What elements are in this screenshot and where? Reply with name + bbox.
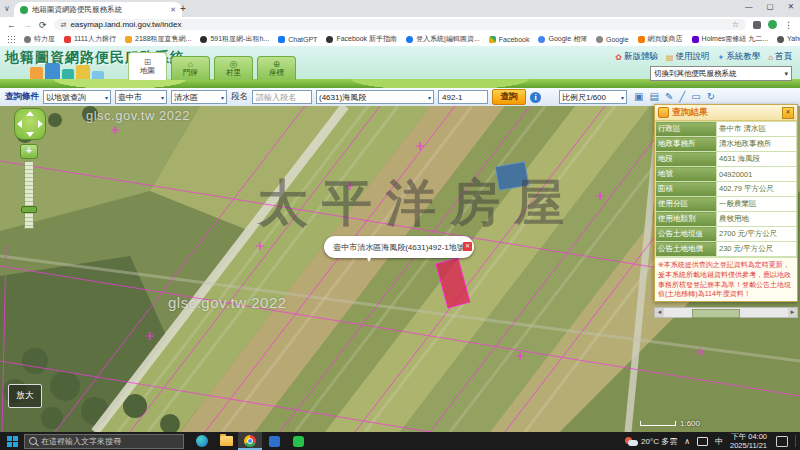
bookmark-item[interactable]: 591租屋網-出租h...: [200, 34, 269, 44]
bookmark-item[interactable]: 1111人力銀行: [64, 34, 116, 44]
browser-menu-icon[interactable]: ⋮: [784, 20, 793, 30]
section-select[interactable]: (4631)海風段▾: [316, 90, 434, 104]
weather-widget[interactable]: 20°C 多雲: [625, 436, 677, 447]
overview-zoom-box[interactable]: 放大: [8, 384, 42, 408]
url-text[interactable]: easymap.land.moi.gov.tw/index: [70, 20, 727, 29]
site-settings-icon[interactable]: ⇄: [61, 21, 67, 29]
minimize-button[interactable]: —: [745, 2, 753, 11]
bookmark-item[interactable]: ChatGPT: [278, 36, 317, 43]
back-icon[interactable]: ←: [7, 20, 16, 30]
tab-village[interactable]: ◎ 村里: [214, 56, 253, 80]
bookmark-item[interactable]: Google: [596, 36, 629, 43]
info-icon[interactable]: i: [530, 92, 541, 103]
bookmark-item[interactable]: Holmes需修繕 九二...: [692, 34, 769, 44]
apps-grid-icon[interactable]: [7, 35, 15, 43]
browser-toolbar: ← → ⟳ ⇄ easymap.land.moi.gov.tw/index ☆ …: [0, 17, 800, 32]
link-home[interactable]: ⌂首頁: [768, 51, 792, 63]
bookmark-item[interactable]: 登入系統|編輯圖資...: [406, 34, 480, 44]
link-tutorial[interactable]: ✦系統教學: [717, 51, 760, 63]
chevron-down-icon: ▾: [161, 94, 164, 101]
city-select[interactable]: 臺中市▾: [115, 90, 167, 104]
tab-door-number[interactable]: ⌂ 門牌: [171, 56, 210, 80]
screen: ∨ 地籍圖資網路便民服務系統 ✕ + — ▢ ✕ ← → ⟳ ⇄ easymap…: [0, 0, 800, 450]
zoom-track[interactable]: [24, 161, 34, 229]
pan-up-icon[interactable]: [26, 111, 34, 116]
pan-right-icon[interactable]: [38, 120, 43, 128]
pan-down-icon[interactable]: [26, 132, 34, 137]
link-instructions[interactable]: ▤使用說明: [666, 51, 710, 63]
start-button[interactable]: [0, 436, 24, 447]
measure-icon[interactable]: ╱: [679, 92, 685, 102]
bookmark-item[interactable]: Facebook: [489, 36, 530, 43]
url-bar[interactable]: ⇄ easymap.land.moi.gov.tw/index ☆: [54, 19, 746, 30]
zoom-handle[interactable]: [21, 206, 37, 213]
reset-icon[interactable]: ↻: [707, 92, 715, 102]
taskbar-explorer-icon[interactable]: [214, 432, 238, 450]
new-tab-button[interactable]: +: [180, 3, 186, 14]
bookmark-item[interactable]: Yahoo首頁: [777, 34, 800, 44]
city-logo: [30, 63, 122, 80]
bookmark-favicon: [125, 36, 132, 43]
notification-icon[interactable]: [776, 436, 788, 447]
taskbar-line-icon[interactable]: [286, 432, 310, 450]
district-select[interactable]: 清水區▾: [171, 90, 227, 104]
parcel-number-input[interactable]: 492-1: [438, 90, 488, 104]
tab-close-icon[interactable]: ✕: [170, 6, 176, 14]
pan-left-icon[interactable]: [17, 120, 22, 128]
pan-control[interactable]: [14, 108, 46, 140]
extensions-icon[interactable]: [753, 21, 761, 29]
switch-system-select[interactable]: 切換到其他便民服務系統 ▾: [650, 66, 792, 81]
search-icon: [29, 437, 37, 445]
print-icon[interactable]: ▤: [649, 92, 658, 102]
bookmark-favicon: [24, 36, 31, 43]
taskbar-mail-icon[interactable]: [262, 432, 286, 450]
network-icon[interactable]: [697, 437, 708, 446]
callout-close-icon[interactable]: ✕: [463, 242, 472, 251]
clock[interactable]: 下午 04:00 2025/11/21: [730, 432, 767, 450]
zoom-slider: +: [20, 144, 38, 229]
new-window-icon[interactable]: ▣: [634, 92, 643, 102]
app-header: 地籍圖資網路便民服務系統 ⊞ 地圖 ⌂ 門牌 ◎ 村里 ⊕ 座標 ✿新版體: [0, 46, 800, 88]
tray-expand-icon[interactable]: ∧: [684, 437, 690, 446]
bookmark-star-icon[interactable]: ☆: [732, 20, 739, 29]
date: 2025/11/21: [730, 441, 767, 450]
panel-scrollbar[interactable]: ◄ ►: [654, 307, 798, 318]
tab-coordinate[interactable]: ⊕ 座標: [257, 56, 296, 80]
table-row: 地段4631 海風段: [656, 152, 797, 167]
scroll-track[interactable]: [664, 308, 788, 317]
bookmark-item[interactable]: 2188租屋直售網...: [125, 34, 191, 44]
reload-icon[interactable]: ⟳: [39, 20, 47, 30]
search-button[interactable]: 查詢: [492, 89, 526, 105]
bookmark-item[interactable]: Facebook 新手指南: [326, 34, 397, 44]
scroll-right-icon[interactable]: ►: [788, 308, 797, 317]
scroll-left-icon[interactable]: ◄: [655, 308, 664, 317]
zoom-in-button[interactable]: +: [20, 144, 38, 159]
panel-close-button[interactable]: ✕: [782, 107, 794, 119]
scale-select[interactable]: 比例尺1/600▾: [559, 90, 627, 104]
taskbar-edge-icon[interactable]: [190, 432, 214, 450]
scroll-thumb[interactable]: [692, 309, 740, 318]
tab-map[interactable]: ⊞ 地圖: [128, 52, 167, 80]
link-new-version[interactable]: ✿新版體驗: [615, 51, 658, 63]
taskbar-chrome-icon[interactable]: [238, 432, 262, 450]
section-name-input[interactable]: 請輸入段名: [252, 90, 312, 104]
taskbar-search-input[interactable]: 在這裡輸入文字來搜尋: [24, 434, 184, 449]
bookmark-item[interactable]: 網頁版商店: [638, 34, 683, 44]
result-panel-header[interactable]: 查詢結果 ✕: [655, 105, 797, 121]
scale-text: 1:600: [680, 419, 700, 428]
show-desktop-divider[interactable]: [795, 435, 796, 447]
select-area-icon[interactable]: ▭: [691, 92, 700, 102]
tab-search-icon[interactable]: ∨: [4, 4, 10, 13]
browser-tab[interactable]: 地籍圖資網路便民服務系統 ✕: [14, 2, 182, 17]
profile-avatar[interactable]: [768, 20, 777, 29]
close-button[interactable]: ✕: [788, 2, 794, 11]
browser-tab-strip: ∨ 地籍圖資網路便民服務系統 ✕ + — ▢ ✕: [0, 0, 800, 17]
bookmark-item[interactable]: 特力屋: [24, 34, 55, 44]
bookmark-item[interactable]: Google 相簿: [538, 34, 587, 44]
ime-indicator[interactable]: 中: [715, 436, 723, 447]
draw-icon[interactable]: ✎: [665, 92, 673, 102]
table-row: 地號04920001: [656, 167, 797, 182]
maximize-button[interactable]: ▢: [767, 2, 774, 11]
query-type-select[interactable]: 以地號查詢▾: [43, 90, 111, 104]
forward-icon[interactable]: →: [23, 20, 32, 30]
